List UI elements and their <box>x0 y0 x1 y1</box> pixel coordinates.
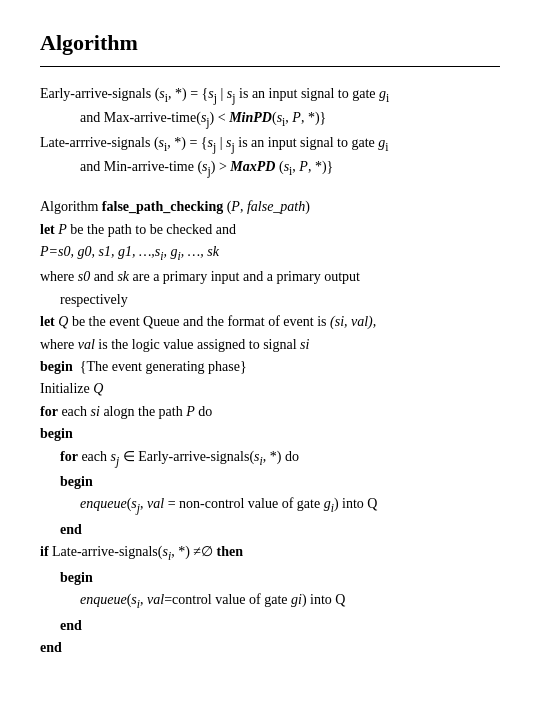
algo-line-1: let P be the path to be checked and <box>40 219 500 241</box>
def1-main: Early-arrive-signals (si, *) = {sj | sj … <box>40 83 500 107</box>
algo-line-5: let Q be the event Queue and the format … <box>40 311 500 333</box>
algo-line-2: P=s0, g0, s1, g1, …,si, gi, …, sk <box>40 241 500 266</box>
divider <box>40 66 500 67</box>
algorithm-block: Algorithm false_path_checking (P, false_… <box>40 196 500 659</box>
algo-line-16: begin <box>40 567 500 589</box>
algo-line-19: end <box>40 637 500 659</box>
algo-line-6: where val is the logic value assigned to… <box>40 334 500 356</box>
algo-line-15: if Late-arrive-signals(si, *) ≠∅ then <box>40 541 500 566</box>
algo-line-7: begin {The event generating phase} <box>40 356 500 378</box>
def1-cont: and Max-arrive-time(sj) < MinPD(si, P, *… <box>80 107 500 131</box>
algo-line-17: enqueue(si, val=control value of gate gi… <box>40 589 500 614</box>
def2-main: Late-arrrive-signals (si, *) = {sj | sj … <box>40 132 500 156</box>
algo-line-18: end <box>40 615 500 637</box>
algo-line-10: begin <box>40 423 500 445</box>
algo-signature: Algorithm false_path_checking (P, false_… <box>40 196 500 218</box>
algo-line-9: for each si alogn the path P do <box>40 401 500 423</box>
algo-line-3: where s0 and sk are a primary input and … <box>40 266 500 288</box>
algo-line-11: for each sj ∈ Early-arrive-signals(si, *… <box>40 446 500 471</box>
def2-cont: and Min-arrive-time (sj) > MaxPD (si, P,… <box>80 156 500 180</box>
algo-line-8: Initialize Q <box>40 378 500 400</box>
content: Early-arrive-signals (si, *) = {sj | sj … <box>40 83 500 659</box>
algo-line-4: respectively <box>40 289 500 311</box>
algo-line-12: begin <box>40 471 500 493</box>
algo-line-14: end <box>40 519 500 541</box>
page-title: Algorithm <box>40 30 500 56</box>
definitions-block: Early-arrive-signals (si, *) = {sj | sj … <box>40 83 500 180</box>
algo-line-13: enqueue(sj, val = non-control value of g… <box>40 493 500 518</box>
